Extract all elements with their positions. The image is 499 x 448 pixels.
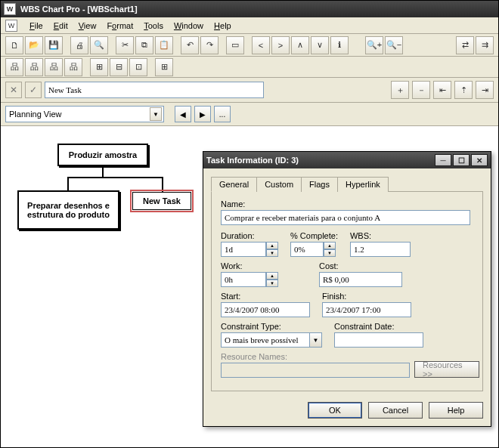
label-name: Name: bbox=[221, 199, 473, 209]
more-views-button[interactable]: ... bbox=[214, 106, 231, 122]
start-field[interactable] bbox=[221, 302, 310, 317]
wbs-child2-label: New Task bbox=[143, 196, 181, 205]
arrow-down-icon[interactable]: ∨ bbox=[311, 36, 329, 54]
ctype-field[interactable] bbox=[221, 332, 310, 348]
menu-file[interactable]: File bbox=[25, 20, 48, 32]
spin-down-icon[interactable]: ▼ bbox=[266, 280, 278, 287]
struct5-icon[interactable]: ⊞ bbox=[90, 58, 108, 76]
app-icon: W bbox=[4, 3, 16, 15]
tab-custom[interactable]: Custom bbox=[256, 177, 302, 192]
undo-icon[interactable]: ↶ bbox=[181, 36, 199, 54]
toolbar-main: 🗋 📂 💾 🖨 🔍 ✂ ⧉ 📋 ↶ ↷ ▭ < > ∧ ∨ ℹ 🔍+ 🔍− ⇄ … bbox=[1, 34, 498, 57]
finish-field[interactable] bbox=[322, 302, 411, 317]
new-icon[interactable]: 🗋 bbox=[5, 36, 23, 54]
struct8-icon[interactable]: ⊞ bbox=[155, 58, 173, 76]
label-cdate: Constraint Date: bbox=[334, 322, 423, 331]
label-res: Resource Names: bbox=[221, 352, 410, 361]
zoom-out-icon[interactable]: 🔍− bbox=[385, 36, 403, 54]
wbs-field[interactable] bbox=[350, 242, 411, 257]
menubar: W File Edit View Format Tools Window Hel… bbox=[1, 17, 498, 34]
preview-icon[interactable]: 🔍 bbox=[90, 36, 108, 54]
connector bbox=[162, 177, 163, 192]
struct4-icon[interactable]: 品 bbox=[64, 58, 82, 76]
tab-hyperlink[interactable]: Hyperlink bbox=[337, 177, 389, 192]
add-plus-icon[interactable]: ＋ bbox=[391, 81, 409, 99]
next-view-icon[interactable]: ▶ bbox=[194, 106, 211, 122]
struct3-icon[interactable]: 品 bbox=[45, 58, 63, 76]
work-field[interactable] bbox=[221, 272, 266, 287]
chevron-down-icon: ▼ bbox=[150, 107, 162, 121]
struct6-icon[interactable]: ⊟ bbox=[110, 58, 128, 76]
maximize-icon[interactable]: ☐ bbox=[453, 154, 470, 166]
arrow-up-icon[interactable]: ∧ bbox=[291, 36, 309, 54]
menu-view[interactable]: View bbox=[74, 20, 101, 32]
spin-down-icon[interactable]: ▼ bbox=[266, 249, 278, 257]
resource-names-field bbox=[221, 363, 410, 378]
menu-edit[interactable]: Edit bbox=[49, 20, 73, 32]
dialog-footer: OK Cancel Help bbox=[203, 396, 491, 426]
connector bbox=[67, 177, 163, 178]
print-icon[interactable]: 🖨 bbox=[70, 36, 88, 54]
copy-icon[interactable]: ⧉ bbox=[135, 36, 153, 54]
dialog-titlebar[interactable]: Task Information (ID: 3) ─ ☐ ✕ bbox=[203, 152, 491, 168]
spin-down-icon[interactable]: ▼ bbox=[324, 249, 336, 257]
add-left-icon[interactable]: ⇤ bbox=[433, 81, 451, 99]
arrow-right-icon[interactable]: > bbox=[271, 36, 290, 54]
ok-button[interactable]: OK bbox=[308, 402, 362, 419]
label-ctype: Constraint Type: bbox=[221, 322, 322, 331]
add-up-icon[interactable]: ⇡ bbox=[454, 81, 473, 99]
box-icon[interactable]: ▭ bbox=[226, 36, 244, 54]
link-a-icon[interactable]: ⇄ bbox=[456, 36, 474, 54]
cdate-field[interactable] bbox=[334, 332, 423, 348]
cost-field[interactable] bbox=[319, 272, 402, 287]
menu-window[interactable]: Window bbox=[169, 20, 208, 32]
save-icon[interactable]: 💾 bbox=[45, 36, 63, 54]
cancel-button[interactable]: Cancel bbox=[368, 402, 423, 419]
struct1-icon[interactable]: 品 bbox=[5, 58, 23, 76]
view-dropdown-value: Planning View bbox=[9, 110, 62, 119]
cancel-edit-icon[interactable]: ✕ bbox=[5, 82, 22, 98]
spin-up-icon[interactable]: ▲ bbox=[266, 242, 278, 249]
connector bbox=[102, 168, 104, 177]
redo-icon[interactable]: ↷ bbox=[200, 36, 219, 54]
close-icon[interactable]: ✕ bbox=[471, 154, 488, 166]
add-minus-icon[interactable]: － bbox=[412, 81, 430, 99]
mdi-icon: W bbox=[5, 20, 17, 32]
arrow-left-icon[interactable]: < bbox=[252, 36, 270, 54]
minimize-icon[interactable]: ─ bbox=[435, 154, 451, 166]
menu-tools[interactable]: Tools bbox=[139, 20, 168, 32]
link-b-icon[interactable]: ⇉ bbox=[476, 36, 494, 54]
zoom-in-icon[interactable]: 🔍+ bbox=[365, 36, 383, 54]
add-right-icon[interactable]: ⇥ bbox=[476, 81, 494, 99]
spin-up-icon[interactable]: ▲ bbox=[266, 272, 278, 280]
menu-format[interactable]: Format bbox=[102, 20, 138, 32]
view-dropdown[interactable]: Planning View ▼ bbox=[5, 106, 164, 122]
pct-stepper[interactable]: ▲▼ bbox=[290, 242, 338, 257]
name-field[interactable] bbox=[221, 210, 470, 225]
menu-help[interactable]: Help bbox=[209, 20, 236, 32]
wbs-child-node-selected[interactable]: New Task bbox=[132, 192, 191, 210]
resources-button[interactable]: Resources >> bbox=[414, 361, 479, 378]
duration-stepper[interactable]: ▲▼ bbox=[221, 242, 278, 257]
task-name-input[interactable] bbox=[45, 82, 264, 98]
wbs-child1-label: Preparar desenhos e estrutura do produto bbox=[25, 201, 112, 219]
accept-edit-icon[interactable]: ✓ bbox=[25, 82, 42, 98]
help-button[interactable]: Help bbox=[429, 402, 483, 419]
open-icon[interactable]: 📂 bbox=[25, 36, 43, 54]
struct7-icon[interactable]: ⊡ bbox=[129, 58, 147, 76]
constraint-type-select[interactable]: ▼ bbox=[221, 332, 322, 348]
label-cost: Cost: bbox=[319, 261, 402, 270]
work-stepper[interactable]: ▲▼ bbox=[221, 272, 278, 287]
tab-general[interactable]: General bbox=[211, 177, 257, 192]
info-icon[interactable]: ℹ bbox=[330, 36, 349, 54]
wbs-root-node[interactable]: Produzir amostra bbox=[57, 144, 148, 166]
struct2-icon[interactable]: 品 bbox=[25, 58, 43, 76]
paste-icon[interactable]: 📋 bbox=[155, 36, 173, 54]
wbs-child-node[interactable]: Preparar desenhos e estrutura do produto bbox=[17, 190, 119, 230]
duration-field[interactable] bbox=[221, 242, 266, 257]
prev-view-icon[interactable]: ◀ bbox=[175, 106, 191, 122]
pct-field[interactable] bbox=[290, 242, 324, 257]
spin-up-icon[interactable]: ▲ bbox=[324, 242, 336, 249]
cut-icon[interactable]: ✂ bbox=[116, 36, 134, 54]
tab-flags[interactable]: Flags bbox=[301, 177, 338, 192]
